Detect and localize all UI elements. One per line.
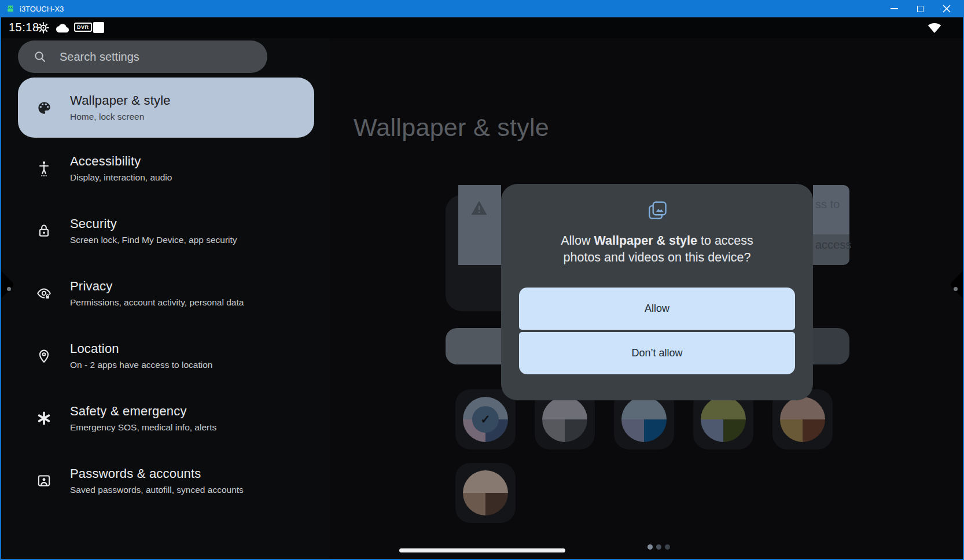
banner-button-text-fragment: access (815, 238, 851, 252)
palette-icon (18, 100, 70, 116)
permission-dialog: Allow Wallpaper & style to access photos… (501, 184, 813, 400)
sidebar-item-title: Safety & emergency (70, 404, 216, 419)
allow-button[interactable]: Allow (519, 288, 795, 330)
accessibility-icon (18, 160, 70, 177)
sidebar-item-subtitle: Screen lock, Find My Device, app securit… (70, 235, 237, 245)
photos-icon (501, 199, 813, 222)
page-button-fragment-right (813, 328, 849, 364)
location-pin-icon (18, 348, 70, 364)
sidebar-item-title: Location (70, 341, 212, 356)
color-swatch-pie (780, 397, 825, 442)
sidebar-item-subtitle: Display, interaction, audio (70, 172, 172, 183)
pager-dot-active (647, 544, 653, 550)
search-input[interactable] (60, 50, 267, 64)
sidebar-item-security[interactable]: Security Screen lock, Find My Device, ap… (18, 201, 314, 261)
clock: 15:18 (9, 21, 39, 34)
window-border-left (0, 17, 1, 560)
app-name: Wallpaper & style (594, 234, 697, 248)
sidebar-item-wallpaper-style[interactable]: Wallpaper & style Home, lock screen (18, 78, 314, 138)
color-swatch[interactable]: ✓ (455, 389, 516, 450)
lock-icon (18, 223, 70, 238)
sidebar-item-location[interactable]: Location On - 2 apps have access to loca… (18, 326, 314, 386)
window-title: i3TOUCH-X3 (20, 5, 64, 13)
sidebar-item-subtitle: Saved passwords, autofill, synced accoun… (70, 485, 244, 495)
selected-check-icon: ✓ (472, 406, 499, 433)
dont-allow-button[interactable]: Don’t allow (519, 332, 795, 374)
color-swatch-pie (463, 470, 508, 515)
right-edge-handle-dot (954, 287, 958, 291)
access-banner-fragment-left (458, 185, 501, 265)
maximize-icon (917, 6, 923, 12)
status-bar: 15:18 DVR (1, 17, 963, 38)
search-bar[interactable] (18, 40, 267, 73)
dvr-badge-icon: DVR (74, 23, 92, 32)
sidebar-item-title: Passwords & accounts (70, 466, 244, 481)
minimize-icon (891, 8, 898, 9)
left-edge-handle-dot (7, 287, 11, 291)
settings-gear-icon (38, 22, 49, 36)
window-titlebar[interactable]: i3TOUCH-X3 (0, 0, 964, 17)
color-swatch-grid: ✓ (455, 389, 833, 523)
account-box-icon (18, 473, 70, 488)
cloud-icon (56, 23, 69, 35)
warning-triangle-icon (470, 200, 488, 218)
gesture-navigation-handle[interactable] (399, 548, 565, 552)
page-title: Wallpaper & style (354, 113, 549, 142)
color-swatch-pie (542, 397, 587, 442)
sidebar-item-title: Accessibility (70, 154, 172, 169)
wifi-icon (927, 21, 942, 36)
settings-sidebar: Wallpaper & style Home, lock screen (1, 38, 330, 559)
pager-dot (665, 544, 670, 550)
minimize-button[interactable] (881, 0, 907, 17)
sidebar-item-title: Wallpaper & style (70, 93, 171, 108)
privacy-eye-icon (18, 286, 70, 300)
page-button-fragment-left (446, 328, 501, 364)
sidebar-item-title: Privacy (70, 279, 244, 294)
app-window: i3TOUCH-X3 15:18 (0, 0, 964, 560)
maximize-button[interactable] (907, 0, 933, 17)
color-swatch[interactable] (455, 463, 516, 523)
sidebar-item-title: Security (70, 216, 237, 231)
color-swatch-pie (621, 397, 667, 442)
overlay-square-icon (93, 22, 104, 33)
android-logo-icon (6, 4, 15, 13)
window-controls (881, 0, 959, 17)
sidebar-item-subtitle: Emergency SOS, medical info, alerts (70, 422, 216, 433)
pager-dot (656, 544, 661, 550)
close-button[interactable] (933, 0, 959, 17)
sidebar-item-subtitle: On - 2 apps have access to location (70, 360, 212, 370)
page-indicator-dots (647, 544, 670, 550)
allow-access-button-fragment: access (813, 234, 849, 265)
color-swatch-pie: ✓ (463, 397, 508, 442)
permission-dialog-title: Allow Wallpaper & style to access photos… (501, 233, 813, 266)
sidebar-item-passwords-accounts[interactable]: Passwords & accounts Saved passwords, au… (18, 451, 314, 511)
sidebar-item-subtitle: Permissions, account activity, personal … (70, 297, 244, 308)
sidebar-item-subtitle: Home, lock screen (70, 112, 171, 122)
close-icon (943, 5, 951, 13)
search-icon (33, 50, 47, 64)
sidebar-item-accessibility[interactable]: Accessibility Display, interaction, audi… (18, 138, 314, 198)
sidebar-item-safety-emergency[interactable]: Safety & emergency Emergency SOS, medica… (18, 388, 314, 448)
sidebar-item-privacy[interactable]: Privacy Permissions, account activity, p… (18, 263, 314, 323)
access-banner-fragment-right: ss to access (813, 185, 849, 265)
emergency-asterisk-icon (18, 411, 70, 426)
color-swatch-pie (701, 397, 746, 442)
banner-text-fragment: ss to (815, 198, 840, 211)
